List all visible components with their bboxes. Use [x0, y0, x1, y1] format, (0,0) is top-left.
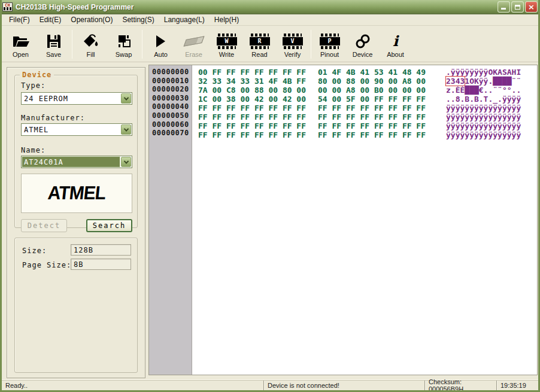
- size-field: 128B: [71, 244, 131, 256]
- hex-ascii: ÿÿÿÿÿÿÿÿÿÿÿÿÿÿÿÿ: [446, 113, 521, 121]
- close-icon: ×: [528, 3, 535, 11]
- toolbar-button-verify[interactable]: V Verify: [276, 28, 309, 60]
- hex-row: 32 33 34 33 31 4F 4B FF 80 00 88 00 90 0…: [192, 77, 537, 86]
- chevron-down-icon: [123, 95, 128, 100]
- fill-bucket-icon: [83, 32, 99, 51]
- toolbar-button-erase[interactable]: Erase: [177, 28, 210, 60]
- manufacturer-combobox[interactable]: ATMEL: [21, 123, 132, 136]
- title-bar: CH CH2013B High-Speed Programmer ×: [0, 0, 540, 14]
- eraser-icon: [186, 32, 202, 51]
- menu-setting[interactable]: Setting(S): [117, 14, 159, 25]
- toolbar-button-device[interactable]: Device: [346, 28, 379, 60]
- window-title: CH2013B High-Speed Programmer: [16, 3, 495, 11]
- hex-address: 00000060: [152, 120, 192, 129]
- hex-row: 7A 00 C8 00 88 00 80 00 00 00 A8 00 B0 0…: [192, 86, 537, 95]
- size-label: Size:: [22, 247, 47, 255]
- hex-address: 00000030: [152, 94, 192, 103]
- toolbar-button-swap[interactable]: Swap: [107, 28, 140, 60]
- menu-operation[interactable]: Operation(O): [66, 14, 117, 25]
- minimize-button[interactable]: [497, 1, 510, 13]
- toolbar-separator: [311, 30, 311, 59]
- hex-selection-box: 2343: [446, 77, 465, 86]
- toolbar-separator: [142, 30, 142, 59]
- atmel-logo: ATMEL: [47, 183, 107, 204]
- hex-address: 00000000: [152, 68, 192, 77]
- toolbar-button-open[interactable]: Open: [4, 28, 37, 60]
- hex-ascii: z.ÈÈ███€..¨¨°°..: [446, 86, 521, 95]
- hex-row: 00 FF FF FF FF FF FF FF 01 4F 4B 41 53 4…: [192, 68, 537, 77]
- menu-language[interactable]: Language(L): [159, 14, 210, 25]
- type-label: Type:: [21, 81, 45, 90]
- hex-row: FF FF FF FF FF FF FF FF FF FF FF FF FF F…: [192, 130, 537, 139]
- link-icon: [354, 32, 371, 51]
- chevron-down-icon: [123, 126, 128, 131]
- menu-help[interactable]: Help(H): [210, 14, 244, 25]
- hex-ascii: ÿÿÿÿÿÿÿÿÿÿÿÿÿÿÿÿ: [446, 121, 521, 130]
- type-dropdown-button[interactable]: [121, 93, 131, 104]
- page-size-field: 8B: [71, 259, 131, 270]
- app-window: CH CH2013B High-Speed Programmer × File(…: [0, 0, 540, 392]
- hex-row: FF FF FF FF FF FF FF FF FF FF FF FF FF F…: [192, 113, 537, 121]
- hex-row: 1C 00 38 00 42 00 42 00 54 00 5F 00 FF F…: [192, 95, 537, 104]
- info-icon: i: [393, 32, 398, 51]
- chip-verify-icon: V: [283, 32, 303, 51]
- toolbar-button-read[interactable]: R Read: [243, 28, 276, 60]
- status-bar: Ready.. Device is not connected! Checksu…: [2, 380, 538, 390]
- page-size-label: Page Size:: [22, 261, 71, 269]
- hex-ascii: .ÿÿÿÿÿÿÿÿOKASAHI: [446, 68, 521, 77]
- manufacturer-logo-box: ATMEL: [21, 174, 132, 213]
- auto-play-icon: [156, 32, 165, 51]
- menu-bar: File(F) Edit(E) Operation(O) Setting(S) …: [2, 14, 538, 26]
- toolbar-separator: [72, 30, 72, 59]
- hex-address: 00000010: [152, 77, 192, 86]
- manufacturer-value: ATMEL: [22, 124, 120, 135]
- hex-address: 00000040: [152, 102, 192, 111]
- hex-editor[interactable]: 00000000 00000010 00000020 00000030 0000…: [148, 65, 538, 375]
- hex-ascii: ÿÿÿÿÿÿÿÿÿÿÿÿÿÿÿÿ: [446, 130, 521, 139]
- status-time: 19:35:19: [496, 381, 538, 390]
- maximize-icon: [515, 5, 520, 10]
- close-button[interactable]: ×: [525, 1, 538, 13]
- hex-row: FF FF FF FF FF FF FF FF FF FF FF FF FF F…: [192, 104, 537, 113]
- chip-read-icon: R: [250, 32, 270, 51]
- status-ready: Ready..: [2, 381, 263, 390]
- status-checksum: Checksum: 000056B9H: [424, 381, 496, 390]
- search-button[interactable]: Search: [86, 219, 132, 232]
- hex-ascii: ..8.B.B.T._.ÿÿÿÿ: [446, 95, 521, 104]
- name-value: AT24C01A: [22, 156, 120, 168]
- toolbar-button-fill[interactable]: Fill: [74, 28, 107, 60]
- detect-button[interactable]: Detect: [21, 219, 67, 232]
- minimize-icon: [501, 8, 506, 10]
- type-combobox[interactable]: 24 EEPROM: [21, 92, 132, 105]
- swap-icon: [116, 32, 132, 51]
- hex-ascii: 23431OKÿÿ.████¨¨: [446, 77, 521, 86]
- hex-row: FF FF FF FF FF FF FF FF FF FF FF FF FF F…: [192, 121, 537, 130]
- device-groupbox: Device Type: 24 EEPROM Manufacturer: ATM…: [14, 75, 138, 228]
- hex-address: 00000020: [152, 85, 192, 94]
- floppy-save-icon: [46, 32, 62, 51]
- manufacturer-label: Manufacturer:: [21, 114, 85, 122]
- name-combobox[interactable]: AT24C01A: [21, 156, 132, 168]
- app-icon: CH: [2, 2, 13, 11]
- toolbar: Open Save Fill Swap Auto: [2, 26, 538, 62]
- device-side-panel: Device Type: 24 EEPROM Manufacturer: ATM…: [7, 67, 145, 378]
- device-group-title: Device: [20, 71, 54, 79]
- toolbar-button-about[interactable]: i About: [379, 28, 412, 60]
- chevron-down-icon: [123, 159, 128, 163]
- toolbar-button-write[interactable]: W Write: [210, 28, 243, 60]
- menu-edit[interactable]: Edit(E): [35, 14, 66, 25]
- type-value: 24 EEPROM: [22, 93, 120, 104]
- hex-ascii: ÿÿÿÿÿÿÿÿÿÿÿÿÿÿÿÿ: [446, 104, 521, 113]
- toolbar-button-auto[interactable]: Auto: [144, 28, 177, 60]
- main-area: Device Type: 24 EEPROM Manufacturer: ATM…: [2, 62, 538, 378]
- maximize-button[interactable]: [511, 1, 524, 13]
- name-dropdown-button[interactable]: [121, 157, 131, 167]
- toolbar-button-save[interactable]: Save: [37, 28, 70, 60]
- hex-address: 00000070: [152, 129, 192, 138]
- hex-data-area[interactable]: 00 FF FF FF FF FF FF FF 01 4F 4B 41 53 4…: [192, 68, 537, 139]
- menu-file[interactable]: File(F): [4, 14, 35, 25]
- toolbar-button-pinout[interactable]: P Pinout: [313, 28, 346, 60]
- chip-write-icon: W: [217, 32, 237, 51]
- hex-address-gutter: 00000000 00000010 00000020 00000030 0000…: [149, 65, 192, 375]
- manufacturer-dropdown-button[interactable]: [121, 124, 131, 135]
